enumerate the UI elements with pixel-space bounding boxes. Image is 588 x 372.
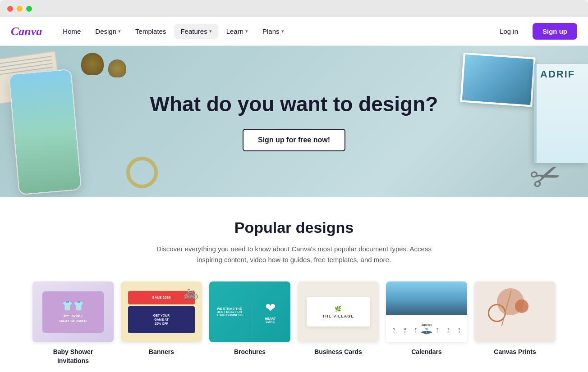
design-card-brochures[interactable]: WE STRIKE THEBEST DEAL FORYOUR BUSINESS … [209,281,290,365]
card-image-baby-shower: 👕👕 MY TWINS'BABY SHOWER [32,281,114,342]
design-card-canvas-prints[interactable]: Canvas Prints [474,281,556,365]
hero-cta-button[interactable]: Sign up for free now! [243,129,345,151]
logo[interactable]: Canva [11,25,42,38]
brochure-panel-2: ❤ HEARTCARE [250,281,291,342]
popular-designs-section: Popular designs Discover everything you … [0,197,588,372]
bicycle-icon: 🚲 [183,285,198,300]
business-card-preview: 🌿 The Village [307,297,369,327]
card-label-calendars: Calendars [411,348,442,357]
card-image-business-cards: 🌿 The Village [298,281,379,342]
nav-links: Home Design ▾ Templates Features ▾ Learn… [56,24,491,39]
nav-right: Log in Sign up [491,23,577,40]
card-image-banners: SALE 2030 GET YOURGAME AT25% OFF 🚲 [121,281,202,342]
hero-title: What do you want to design? [150,92,438,116]
calendar-photo [386,281,467,315]
nav-item-features[interactable]: Features ▾ [174,24,218,39]
chevron-down-icon: ▾ [209,28,212,34]
card-label-brochures: Brochures [234,348,266,357]
design-card-baby-shower[interactable]: 👕👕 MY TWINS'BABY SHOWER Baby Shower Invi… [32,281,114,365]
chevron-down-icon: ▾ [281,28,284,34]
chevron-down-icon: ▾ [245,28,248,34]
section-subtitle: Discover everything you need to know abo… [154,244,434,265]
section-title: Popular designs [11,219,577,236]
navbar: Canva Home Design ▾ Templates Features ▾… [0,17,588,46]
nav-item-templates[interactable]: Templates [129,24,172,39]
baby-card-text: MY TWINS'BABY SHOWER [60,314,87,323]
minimize-button[interactable] [17,6,23,12]
card-image-canvas-prints [474,281,556,342]
card-label-business-cards: Business Cards [314,348,362,357]
nav-item-design[interactable]: Design ▾ [89,24,127,39]
circle-decoration-3 [515,299,528,313]
card-image-brochures: WE STRIKE THEBEST DEAL FORYOUR BUSINESS … [209,281,290,342]
hero-section: ADRIF ✂ What do you want to design? Sign… [0,46,588,197]
card-label-canvas-prints: Canvas Prints [494,348,536,357]
heart-icon: ❤ [265,300,276,315]
design-cards-grid: 👕👕 MY TWINS'BABY SHOWER Baby Shower Invi… [11,281,577,365]
baby-onesies-icon: 👕👕 [62,300,84,311]
maximize-button[interactable] [26,6,32,12]
design-card-business-cards[interactable]: 🌿 The Village Business Cards [298,281,379,365]
design-card-calendars[interactable]: JAN 01 S M T W T F S 1 2 [386,281,467,365]
design-card-banners[interactable]: SALE 2030 GET YOURGAME AT25% OFF 🚲 Banne… [121,281,202,365]
nav-item-learn[interactable]: Learn ▾ [220,24,254,39]
window-chrome [0,0,588,17]
canvas-art [474,281,556,342]
chevron-down-icon: ▾ [118,28,121,34]
close-button[interactable] [7,6,13,12]
logo-text: Canva [11,25,42,38]
banner-dark: GET YOURGAME AT25% OFF [128,306,195,333]
card-image-calendars: JAN 01 S M T W T F S 1 2 [386,281,467,342]
app-container: Canva Home Design ▾ Templates Features ▾… [0,17,588,372]
card-label-baby-shower: Baby Shower Invitations [53,348,93,365]
traffic-lights [7,6,32,12]
brochure-panel-1: WE STRIKE THEBEST DEAL FORYOUR BUSINESS [209,281,250,342]
nav-item-plans[interactable]: Plans ▾ [256,24,290,39]
signup-button[interactable]: Sign up [533,23,577,40]
card-label-banners: Banners [149,348,174,357]
login-button[interactable]: Log in [491,24,527,39]
nav-item-home[interactable]: Home [56,24,87,39]
hero-content: What do you want to design? Sign up for … [150,92,438,151]
calendar-grid: JAN 01 S M T W T F S 1 2 [386,315,467,342]
